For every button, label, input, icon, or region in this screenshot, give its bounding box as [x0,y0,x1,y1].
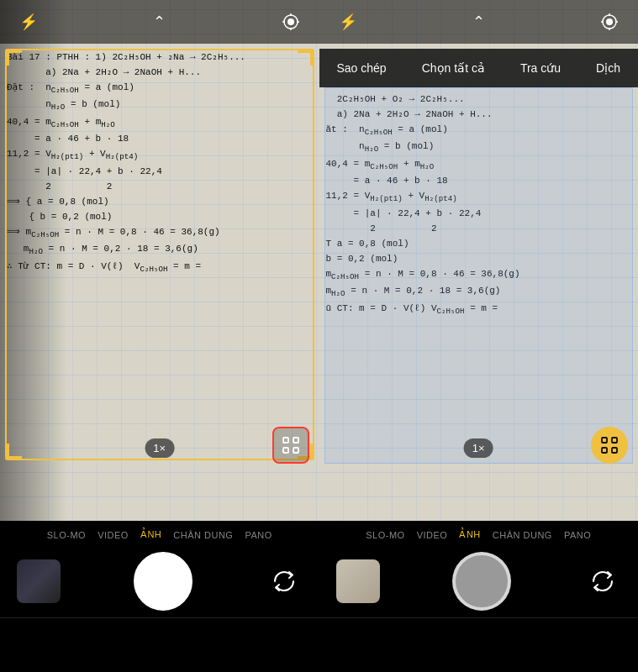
rnote-line-9: 2 2 [326,222,632,236]
svg-point-10 [606,18,613,25]
rnote-line-11: b = 0,2 (mol) [326,252,632,266]
right-flip-camera-button[interactable] [584,563,621,600]
svg-point-0 [287,18,294,25]
right-mode-tabs: SLO-MO VIDEO ẢNH CHÂN DUNG PANO [319,521,639,545]
note-line-6: = a · 46 + b · 18 [7,132,313,146]
right-flash-button[interactable]: ⚡ [335,8,361,35]
context-menu-dich[interactable]: Dịch [588,56,629,80]
right-camera-panel: 2C₂H₅OH + O₂ → 2C₂H₅... a) 2Na + 2H₂O → … [319,0,639,672]
note-line-8: = |a| · 22,4 + b · 22,4 [7,165,313,179]
mode-tab-video[interactable]: VIDEO [98,530,129,540]
svg-rect-18 [602,448,607,453]
context-menu-tracuu[interactable]: Tra cứu [512,56,569,80]
note-line-9: 2 2 [7,180,313,194]
rnote-line-13: mH₂O = n · M = 0,2 · 18 = 3,6(g) [326,284,632,300]
left-flip-camera-button[interactable] [266,563,303,600]
note-line-12: ⟹ mC₂H₅OH = n · M = 0,8 · 46 = 36,8(g) [7,225,313,241]
note-line-7: 11,2 = VH₂(pt1) + VH₂(pt4) [7,147,313,163]
note-line-1: Bài 17 : PTHH : 1) 2C₂H₅OH + ₂Na → 2C₂H₅… [7,50,313,65]
right-live-photo-button[interactable] [596,8,623,35]
note-line-2: a) 2Na + 2H₂O → 2NaOH + H... [7,66,313,80]
note-line-4: nH₂O = b (mol) [7,97,313,113]
note-line-13: mH₂O = n · M = 0,2 · 18 = 3,6(g) [7,242,313,258]
context-menu-saochep[interactable]: Sao chép [329,56,395,80]
rnote-line-7: 11,2 = VH₂(pt1) + VH₂(pt4) [326,189,632,205]
right-bottom-bar: SLO-MO VIDEO ẢNH CHÂN DUNG PANO [319,521,639,672]
rnote-line-2: a) 2Na + 2H₂O → 2NaOH + H... [326,108,632,122]
left-gallery-thumbnail[interactable] [17,559,61,603]
rnote-line-5: 40,4 = mC₂H₅OH + mH₂O [326,157,632,173]
note-line-11: { b = 0,2 (mol) [7,210,313,224]
rnote-line-3: ăt : nC₂H₅OH = a (mol) [326,123,632,139]
rnote-line-14: ū CT: m = D · V(ℓ) VC₂H₅OH = m = [326,302,632,318]
scan-icon [281,435,301,455]
right-mode-tab-pano[interactable]: PANO [564,530,591,540]
right-scan-icon [599,435,620,455]
rnote-line-1: 2C₂H₅OH + O₂ → 2C₂H₅... [326,92,632,107]
right-mode-tab-anh[interactable]: ẢNH [459,529,480,540]
rnote-line-6: = a · 46 + b · 18 [326,174,632,188]
right-chevron-up-icon[interactable]: ⌃ [465,8,492,35]
right-header-bar: ⚡ ⌃ [319,0,639,44]
svg-rect-19 [612,448,617,453]
notebook-content: Bài 17 : PTHH : 1) 2C₂H₅OH + ₂Na → 2C₂H₅… [7,50,313,276]
rnote-line-12: mC₂H₅OH = n · M = 0,8 · 46 = 36,8(g) [326,267,632,283]
note-line-10: ⟹ { a = 0,8 (mol) [7,195,313,209]
mode-tab-slomo[interactable]: SLO-MO [47,530,86,540]
left-header-bar: ⚡ ⌃ [0,0,319,44]
right-gallery-thumbnail[interactable] [336,559,380,603]
right-text-scan-button[interactable] [591,427,628,464]
right-mode-tab-video[interactable]: VIDEO [417,530,448,540]
left-viewfinder: Bài 17 : PTHH : 1) 2C₂H₅OH + ₂Na → 2C₂H₅… [0,0,319,521]
rnote-line-4: nH₂O = b (mol) [326,139,632,155]
mode-tab-chandung[interactable]: CHÂN DUNG [173,530,233,540]
right-mode-tab-slomo[interactable]: SLO-MO [366,530,404,540]
left-camera-panel: Bài 17 : PTHH : 1) 2C₂H₅OH + ₂Na → 2C₂H₅… [0,0,319,672]
svg-rect-7 [293,438,298,443]
right-camera-controls [319,545,639,617]
right-viewfinder: 2C₂H₅OH + O₂ → 2C₂H₅... a) 2Na + 2H₂O → … [319,0,639,521]
right-zoom-indicator[interactable]: 1× [464,438,493,458]
note-line-14: ∴ Từ CT: m = D · V(ℓ) VC₂H₅OH = m = [7,260,313,276]
svg-rect-9 [293,448,298,453]
zoom-indicator[interactable]: 1× [145,438,174,458]
note-line-3: Đặt : nC₂H₅OH = a (mol) [7,81,313,97]
right-mode-tab-chandung[interactable]: CHÂN DUNG [493,530,552,540]
right-divider [319,617,639,618]
rnote-line-8: = |a| · 22,4 + b · 22,4 [326,207,632,221]
live-photo-button[interactable] [277,8,304,35]
right-shutter-button[interactable] [452,552,511,611]
svg-rect-8 [283,448,288,453]
left-camera-controls [0,545,319,617]
mode-tab-anh[interactable]: ẢNH [140,529,161,540]
right-notebook-content: 2C₂H₅OH + O₂ → 2C₂H₅... a) 2Na + 2H₂O → … [326,92,632,318]
left-divider [0,617,319,618]
mode-tab-pano[interactable]: PANO [245,530,272,540]
rnote-line-10: T a = 0,8 (mol) [326,237,632,251]
context-menu-chontatca[interactable]: Chọn tất cả [414,56,493,80]
svg-rect-6 [283,438,288,443]
context-menu: Sao chép Chọn tất cả Tra cứu Dịch [319,49,639,87]
left-mode-tabs: SLO-MO VIDEO ẢNH CHÂN DUNG PANO [0,521,319,545]
left-bottom-bar: SLO-MO VIDEO ẢNH CHÂN DUNG PANO [0,521,319,672]
note-line-5: 40,4 = mC₂H₅OH + mH₂O [7,115,313,131]
svg-rect-17 [612,438,617,443]
left-shutter-button[interactable] [134,552,192,611]
chevron-up-icon[interactable]: ⌃ [146,8,173,35]
flash-button[interactable]: ⚡ [15,8,42,35]
svg-rect-16 [602,438,607,443]
text-scan-button[interactable] [272,427,309,464]
